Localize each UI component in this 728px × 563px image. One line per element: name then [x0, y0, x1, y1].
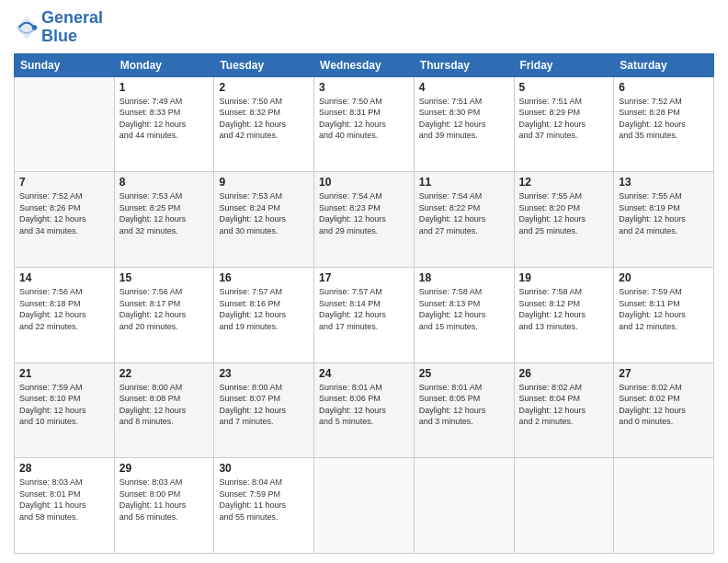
- calendar-cell: 30Sunrise: 8:04 AMSunset: 7:59 PMDayligh…: [214, 458, 314, 554]
- cell-info: Sunrise: 7:58 AMSunset: 8:13 PMDaylight:…: [419, 286, 509, 332]
- col-tuesday: Tuesday: [214, 53, 314, 76]
- col-monday: Monday: [114, 53, 214, 76]
- day-number: 3: [319, 81, 409, 94]
- cell-info: Sunrise: 7:52 AMSunset: 8:28 PMDaylight:…: [619, 96, 709, 142]
- calendar-cell: 29Sunrise: 8:03 AMSunset: 8:00 PMDayligh…: [114, 458, 214, 554]
- col-saturday: Saturday: [614, 53, 714, 76]
- logo: General Blue: [14, 9, 103, 46]
- col-wednesday: Wednesday: [314, 53, 415, 76]
- week-row-4: 21Sunrise: 7:59 AMSunset: 8:10 PMDayligh…: [15, 362, 714, 458]
- cell-info: Sunrise: 7:57 AMSunset: 8:16 PMDaylight:…: [219, 286, 309, 332]
- logo-text: General Blue: [41, 9, 103, 46]
- day-number: 17: [319, 271, 409, 284]
- day-number: 14: [19, 271, 109, 284]
- day-number: 10: [319, 176, 409, 189]
- col-thursday: Thursday: [414, 53, 514, 76]
- day-number: 1: [119, 81, 210, 94]
- day-number: 13: [619, 176, 709, 189]
- calendar-cell: 7Sunrise: 7:52 AMSunset: 8:26 PMDaylight…: [15, 172, 115, 268]
- page: General Blue Sunday Monday Tuesday Wedne…: [0, 0, 728, 563]
- calendar-cell: 24Sunrise: 8:01 AMSunset: 8:06 PMDayligh…: [314, 362, 415, 458]
- day-number: 20: [619, 271, 709, 284]
- calendar-cell: 17Sunrise: 7:57 AMSunset: 8:14 PMDayligh…: [314, 267, 415, 362]
- col-friday: Friday: [514, 53, 614, 76]
- calendar-cell: 9Sunrise: 7:53 AMSunset: 8:24 PMDaylight…: [214, 172, 314, 268]
- calendar-cell: 25Sunrise: 8:01 AMSunset: 8:05 PMDayligh…: [414, 362, 514, 458]
- cell-info: Sunrise: 7:57 AMSunset: 8:14 PMDaylight:…: [319, 286, 409, 332]
- day-number: 5: [519, 81, 609, 94]
- week-row-3: 14Sunrise: 7:56 AMSunset: 8:18 PMDayligh…: [15, 267, 714, 362]
- day-number: 6: [619, 81, 709, 94]
- calendar-cell: 18Sunrise: 7:58 AMSunset: 8:13 PMDayligh…: [414, 267, 514, 362]
- calendar-header-row: Sunday Monday Tuesday Wednesday Thursday…: [15, 53, 714, 76]
- day-number: 26: [519, 367, 609, 380]
- header: General Blue: [14, 9, 714, 46]
- cell-info: Sunrise: 8:04 AMSunset: 7:59 PMDaylight:…: [219, 477, 309, 523]
- day-number: 7: [19, 176, 109, 189]
- calendar-cell: [15, 76, 115, 172]
- cell-info: Sunrise: 7:54 AMSunset: 8:22 PMDaylight:…: [419, 190, 509, 236]
- week-row-2: 7Sunrise: 7:52 AMSunset: 8:26 PMDaylight…: [15, 172, 714, 268]
- calendar-cell: 12Sunrise: 7:55 AMSunset: 8:20 PMDayligh…: [514, 172, 614, 268]
- calendar-cell: 15Sunrise: 7:56 AMSunset: 8:17 PMDayligh…: [114, 267, 214, 362]
- cell-info: Sunrise: 7:51 AMSunset: 8:29 PMDaylight:…: [519, 96, 609, 142]
- day-number: 2: [219, 81, 309, 94]
- calendar-cell: 26Sunrise: 8:02 AMSunset: 8:04 PMDayligh…: [514, 362, 614, 458]
- calendar-cell: 1Sunrise: 7:49 AMSunset: 8:33 PMDaylight…: [114, 76, 214, 172]
- calendar-cell: 5Sunrise: 7:51 AMSunset: 8:29 PMDaylight…: [514, 76, 614, 172]
- cell-info: Sunrise: 7:59 AMSunset: 8:10 PMDaylight:…: [19, 382, 109, 428]
- cell-info: Sunrise: 8:03 AMSunset: 8:01 PMDaylight:…: [19, 477, 109, 523]
- calendar-cell: 2Sunrise: 7:50 AMSunset: 8:32 PMDaylight…: [214, 76, 314, 172]
- calendar-cell: [514, 458, 614, 554]
- cell-info: Sunrise: 8:00 AMSunset: 8:07 PMDaylight:…: [219, 382, 309, 428]
- day-number: 25: [419, 367, 509, 380]
- calendar-cell: 13Sunrise: 7:55 AMSunset: 8:19 PMDayligh…: [614, 172, 714, 268]
- cell-info: Sunrise: 8:00 AMSunset: 8:08 PMDaylight:…: [119, 382, 210, 428]
- calendar-cell: 20Sunrise: 7:59 AMSunset: 8:11 PMDayligh…: [614, 267, 714, 362]
- cell-info: Sunrise: 7:59 AMSunset: 8:11 PMDaylight:…: [619, 286, 709, 332]
- day-number: 9: [219, 176, 309, 189]
- calendar-cell: 19Sunrise: 7:58 AMSunset: 8:12 PMDayligh…: [514, 267, 614, 362]
- cell-info: Sunrise: 7:56 AMSunset: 8:18 PMDaylight:…: [19, 286, 109, 332]
- cell-info: Sunrise: 8:03 AMSunset: 8:00 PMDaylight:…: [119, 477, 210, 523]
- cell-info: Sunrise: 7:55 AMSunset: 8:19 PMDaylight:…: [619, 190, 709, 236]
- logo-icon: [14, 15, 40, 40]
- week-row-1: 1Sunrise: 7:49 AMSunset: 8:33 PMDaylight…: [15, 76, 714, 172]
- day-number: 4: [419, 81, 509, 94]
- day-number: 21: [19, 367, 109, 380]
- cell-info: Sunrise: 7:56 AMSunset: 8:17 PMDaylight:…: [119, 286, 210, 332]
- cell-info: Sunrise: 8:01 AMSunset: 8:06 PMDaylight:…: [319, 382, 409, 428]
- cell-info: Sunrise: 7:55 AMSunset: 8:20 PMDaylight:…: [519, 190, 609, 236]
- calendar-cell: [614, 458, 714, 554]
- cell-info: Sunrise: 7:51 AMSunset: 8:30 PMDaylight:…: [419, 96, 509, 142]
- day-number: 11: [419, 176, 509, 189]
- calendar-cell: 21Sunrise: 7:59 AMSunset: 8:10 PMDayligh…: [15, 362, 115, 458]
- calendar-cell: 4Sunrise: 7:51 AMSunset: 8:30 PMDaylight…: [414, 76, 514, 172]
- day-number: 8: [119, 176, 210, 189]
- svg-point-1: [32, 25, 38, 30]
- calendar-cell: 11Sunrise: 7:54 AMSunset: 8:22 PMDayligh…: [414, 172, 514, 268]
- day-number: 23: [219, 367, 309, 380]
- cell-info: Sunrise: 8:01 AMSunset: 8:05 PMDaylight:…: [419, 382, 509, 428]
- day-number: 19: [519, 271, 609, 284]
- calendar-cell: 3Sunrise: 7:50 AMSunset: 8:31 PMDaylight…: [314, 76, 415, 172]
- day-number: 18: [419, 271, 509, 284]
- day-number: 16: [219, 271, 309, 284]
- calendar-cell: [414, 458, 514, 554]
- calendar-cell: [314, 458, 415, 554]
- calendar-table: Sunday Monday Tuesday Wednesday Thursday…: [14, 53, 714, 554]
- cell-info: Sunrise: 8:02 AMSunset: 8:02 PMDaylight:…: [619, 382, 709, 428]
- day-number: 22: [119, 367, 210, 380]
- calendar-cell: 10Sunrise: 7:54 AMSunset: 8:23 PMDayligh…: [314, 172, 415, 268]
- calendar-cell: 6Sunrise: 7:52 AMSunset: 8:28 PMDaylight…: [614, 76, 714, 172]
- cell-info: Sunrise: 7:50 AMSunset: 8:31 PMDaylight:…: [319, 96, 409, 142]
- col-sunday: Sunday: [15, 53, 115, 76]
- cell-info: Sunrise: 7:52 AMSunset: 8:26 PMDaylight:…: [19, 190, 109, 236]
- day-number: 29: [119, 462, 210, 475]
- calendar-cell: 22Sunrise: 8:00 AMSunset: 8:08 PMDayligh…: [114, 362, 214, 458]
- day-number: 28: [19, 462, 109, 475]
- day-number: 15: [119, 271, 210, 284]
- cell-info: Sunrise: 7:49 AMSunset: 8:33 PMDaylight:…: [119, 96, 210, 142]
- cell-info: Sunrise: 7:54 AMSunset: 8:23 PMDaylight:…: [319, 190, 409, 236]
- cell-info: Sunrise: 7:53 AMSunset: 8:25 PMDaylight:…: [119, 190, 210, 236]
